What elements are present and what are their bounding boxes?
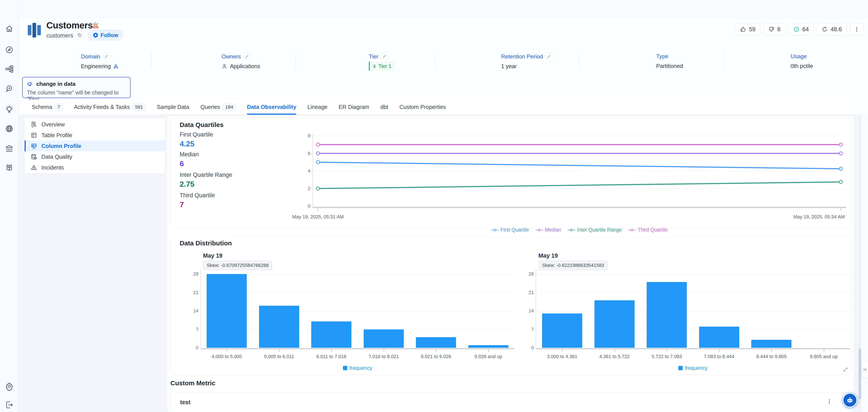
copy-icon[interactable] (75, 31, 84, 39)
y-axis-tick: 0 (188, 345, 198, 351)
x-axis-tick (824, 349, 824, 352)
tab-custom-properties[interactable]: Custom Properties (400, 100, 446, 115)
histogram-bar[interactable] (699, 327, 739, 348)
x-axis-tick (719, 349, 720, 352)
legend-marker-icon (628, 228, 636, 232)
legend-item-first-quartile[interactable]: First Quartile (491, 227, 529, 233)
legend-item-median[interactable]: Median (535, 227, 561, 233)
meta-owners: Owners Applications (221, 53, 260, 70)
app-root: Search for Data Assets All All Domains E… (0, 0, 868, 412)
histogram-bar[interactable] (259, 306, 299, 348)
legend-item-third-quartile[interactable]: Third Quartile (628, 227, 668, 233)
route-icon (863, 367, 867, 372)
custom-metric-menu-icon[interactable] (826, 399, 832, 405)
edit-pencil-icon[interactable] (381, 53, 388, 60)
meta-type: Type Partitioned (656, 53, 683, 69)
upvote-button[interactable]: 59 (735, 23, 761, 35)
subnav-item-overview[interactable]: Overview (25, 119, 165, 130)
y-axis-tick: 14 (524, 308, 534, 314)
chat-assistant-button[interactable] (842, 393, 857, 408)
downvote-button[interactable]: 8 (764, 23, 785, 35)
tab-activity-feeds-tasks[interactable]: Activity Feeds & Tasks581 (74, 100, 146, 115)
custom-metric-card: test (170, 392, 851, 412)
user-icon (221, 63, 227, 69)
lineage-flow-icon[interactable] (5, 65, 13, 73)
quartile-stat-value: 7 (180, 200, 215, 209)
domains-globe-icon[interactable] (5, 124, 13, 133)
glossary-book-icon[interactable] (5, 163, 13, 172)
tab-sample-data[interactable]: Sample Data (157, 100, 189, 115)
announcement-card[interactable]: change in data The column "name" will be… (22, 77, 130, 98)
subnav-item-column-profile[interactable]: Column Profile (25, 140, 165, 151)
meta-value[interactable]: Applications (230, 63, 260, 70)
insights-bulb-icon[interactable] (5, 105, 13, 114)
histogram-bar[interactable] (364, 329, 404, 348)
home-icon[interactable] (5, 24, 13, 33)
tab-data-observability[interactable]: Data Observability (247, 100, 296, 115)
x-axis-category-label: 5.722 to 7.083 (641, 354, 693, 359)
refresh-score-button[interactable]: 48.6 (817, 23, 847, 35)
histogram-bar[interactable] (751, 340, 792, 348)
quartile-stat-value: 6 (180, 159, 199, 168)
x-axis-label-start: May 19, 2025, 05:31 AM (292, 214, 344, 220)
edit-pencil-icon[interactable] (103, 53, 110, 60)
govern-bank-icon[interactable] (5, 144, 13, 153)
tab-lineage[interactable]: Lineage (307, 100, 328, 115)
observability-icon[interactable] (5, 85, 13, 93)
resize-handle-icon[interactable] (843, 367, 848, 372)
tab-er-diagram[interactable]: ER Diagram (339, 100, 369, 115)
follow-button[interactable]: Follow (88, 30, 123, 40)
gridline (536, 329, 850, 330)
profile-subnav: Overview Table Profile Column Profile Da… (24, 118, 165, 173)
edit-pencil-icon[interactable] (244, 53, 250, 60)
megaphone-icon (27, 81, 33, 87)
gridline (536, 274, 850, 275)
settings-gear-icon[interactable] (5, 382, 13, 391)
legend-label: frequency (349, 365, 372, 371)
x-axis-tick (615, 349, 615, 352)
histogram-bar[interactable] (542, 314, 582, 348)
tab-label: Data Observability (247, 104, 296, 110)
explore-compass-icon[interactable] (5, 45, 13, 54)
table-entity-icon (26, 21, 43, 40)
gridline (536, 292, 850, 293)
histogram-bar[interactable] (468, 345, 508, 348)
data-distribution-card: Data Distribution May 19Skew: -0.6709725… (170, 236, 851, 375)
edit-pencil-icon[interactable] (546, 53, 552, 60)
tab-schema[interactable]: Schema7 (32, 100, 63, 115)
histogram-bar[interactable] (594, 300, 634, 348)
meta-usage: Usage 0th pctile (790, 53, 813, 69)
quartile-stat-first-quartile: First Quartile4.25 (180, 131, 213, 148)
histogram-bar[interactable] (647, 282, 687, 348)
subnav-item-incidents[interactable]: Incidents (25, 162, 165, 173)
y-axis-tick: 2 (300, 186, 310, 191)
histogram-legend[interactable]: frequency (536, 365, 850, 371)
more-actions-button[interactable] (850, 23, 864, 35)
y-axis-tick: 6 (300, 151, 310, 156)
x-axis-category-label: 4.361 to 5.722 (588, 354, 641, 359)
side-panel-handle[interactable] (862, 361, 868, 378)
quartile-stat-label: Inter Quartile Range (180, 171, 232, 178)
subnav-item-table-profile[interactable]: Table Profile (25, 130, 165, 140)
scrollbar-thumb[interactable] (859, 348, 861, 399)
meta-value: 1 year (501, 63, 517, 70)
histogram-bar[interactable] (207, 274, 247, 348)
tab-queries[interactable]: Queries184 (200, 100, 236, 115)
histogram-bar[interactable] (311, 321, 351, 348)
x-axis-label-end: May 19, 2025, 05:34 AM (794, 214, 845, 220)
alert-siren-icon[interactable] (91, 22, 100, 30)
tier-badge[interactable]: Tier 1 (369, 62, 395, 71)
gridline (200, 292, 515, 293)
custom-metric-name: test (180, 399, 190, 406)
histogram-bar[interactable] (416, 337, 456, 348)
completeness-button[interactable]: 64 (788, 23, 814, 35)
logout-icon[interactable] (5, 401, 13, 409)
x-axis-tick (562, 349, 563, 352)
legend-marker-icon (491, 228, 499, 232)
tab-dbt[interactable]: dbt (380, 100, 388, 115)
legend-item-inter-quartile-range[interactable]: Inter Quartile Range (567, 227, 622, 233)
histogram-legend[interactable]: frequency (200, 365, 515, 371)
meta-value[interactable]: Engineering (81, 63, 111, 70)
x-axis-tick (331, 349, 332, 352)
subnav-item-data-quality[interactable]: Data Quality (25, 151, 165, 162)
